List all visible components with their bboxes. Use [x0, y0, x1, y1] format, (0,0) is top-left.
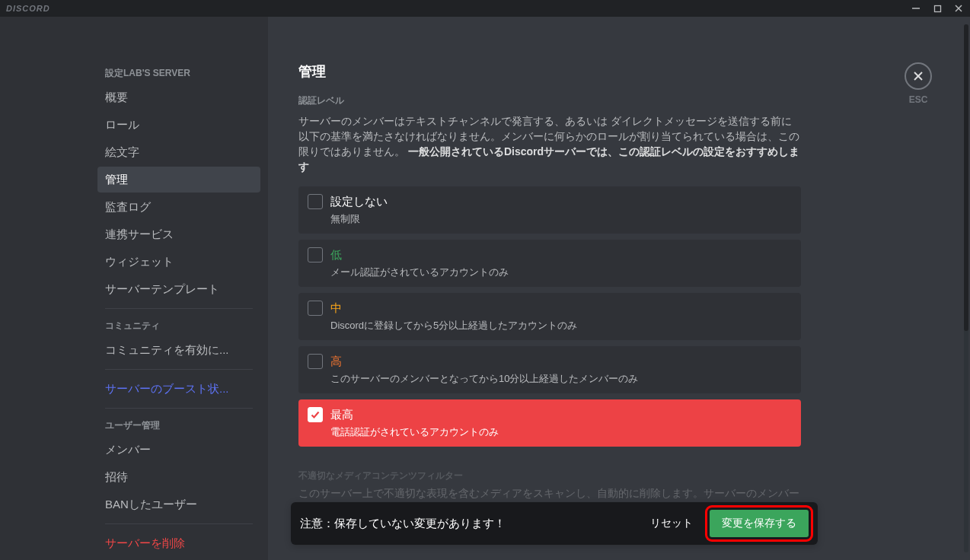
verification-option[interactable]: 低メール認証がされているアカウントのみ [298, 240, 801, 287]
unsaved-message: 注意：保存していない変更があります！ [300, 517, 633, 531]
sidebar-item[interactable]: コミュニティを有効に... [97, 337, 260, 363]
sidebar-item-delete-server[interactable]: サーバーを削除 [97, 530, 260, 556]
titlebar: DISCORD [0, 0, 970, 17]
sidebar-separator [105, 523, 253, 524]
sidebar-separator [105, 408, 253, 409]
sidebar-gutter [0, 17, 90, 560]
verification-option[interactable]: 高このサーバーのメンバーとなってから10分以上経過したメンバーのみ [298, 346, 801, 393]
close-icon [912, 70, 924, 82]
checkbox[interactable] [308, 354, 323, 369]
checkbox[interactable] [308, 301, 323, 316]
sidebar-separator [105, 308, 253, 309]
content-wrap: 管理 認証レベル サーバーのメンバーはテキストチャンネルで発言する、あるいは ダ… [268, 17, 970, 560]
checkbox[interactable] [308, 194, 323, 209]
option-title: 低 [330, 247, 792, 262]
option-body: 中Discordに登録してから5分以上経過したアカウントのみ [330, 301, 792, 332]
window-controls [911, 3, 964, 14]
sidebar-item[interactable]: 監査ログ [97, 194, 260, 220]
sidebar-item[interactable]: 管理 [97, 167, 260, 192]
main-area: 設定LAB'S SERVER 概要ロール絵文字管理監査ログ連携サービスウィジェッ… [0, 17, 970, 560]
close-settings: ESC [905, 62, 932, 105]
option-desc: メール認証がされているアカウントのみ [330, 266, 792, 279]
sidebar-separator [105, 369, 253, 370]
sidebar-item[interactable]: BANしたユーザー [97, 492, 260, 517]
sidebar-item[interactable]: 連携サービス [97, 221, 260, 247]
sidebar-item[interactable]: メンバー [97, 437, 260, 463]
save-button[interactable]: 変更を保存する [710, 510, 809, 537]
sidebar-item[interactable]: 招待 [97, 464, 260, 490]
sidebar-header-user-mgmt: ユーザー管理 [97, 415, 260, 437]
scrollbar[interactable] [964, 24, 968, 552]
checkbox[interactable] [308, 247, 323, 262]
page-title: 管理 [298, 62, 801, 81]
content-main: 管理 認証レベル サーバーのメンバーはテキストチャンネルで発言する、あるいは ダ… [268, 17, 831, 560]
unsaved-changes-bar: 注意：保存していない変更があります！ リセット 変更を保存する [291, 502, 818, 545]
option-title: 最高 [330, 407, 792, 422]
media-filter-desc: このサーバー上で不適切な表現を含むメディアをスキャンし、自動的に削除します。サー… [298, 487, 801, 501]
svg-rect-1 [934, 5, 940, 11]
maximize-button[interactable] [932, 3, 943, 14]
checkbox[interactable] [308, 407, 323, 422]
option-body: 高このサーバーのメンバーとなってから10分以上経過したメンバーのみ [330, 354, 792, 386]
close-window-button[interactable] [953, 3, 964, 14]
sidebar-item-boost[interactable]: サーバーのブースト状... [97, 376, 260, 402]
verification-option[interactable]: 中Discordに登録してから5分以上経過したアカウントのみ [298, 293, 801, 340]
close-label: ESC [909, 94, 928, 105]
sidebar-header-server: 設定LAB'S SERVER [97, 62, 260, 84]
reset-button[interactable]: リセット [643, 512, 700, 535]
sidebar-item[interactable]: ロール [97, 112, 260, 138]
sidebar-item[interactable]: 概要 [97, 84, 260, 110]
option-body: 設定しない無制限 [330, 194, 792, 226]
section-description: サーバーのメンバーはテキストチャンネルで発言する、あるいは ダイレクトメッセージ… [298, 113, 801, 174]
option-desc: 電話認証がされているアカウントのみ [330, 425, 792, 439]
option-body: 最高電話認証がされているアカウントのみ [330, 407, 792, 439]
option-desc: Discordに登録してから5分以上経過したアカウントのみ [330, 319, 792, 332]
media-filter-label: 不適切なメディアコンテンツフィルター [298, 469, 801, 482]
option-title: 中 [330, 301, 792, 316]
media-filter-section: 不適切なメディアコンテンツフィルター このサーバー上で不適切な表現を含むメディア… [298, 469, 801, 501]
option-desc: 無制限 [330, 212, 792, 226]
sidebar-header-community: コミュニティ [97, 315, 260, 337]
option-desc: このサーバーのメンバーとなってから10分以上経過したメンバーのみ [330, 372, 792, 386]
sidebar-item[interactable]: サーバーテンプレート [97, 276, 260, 302]
minimize-button[interactable] [911, 3, 921, 14]
section-label-verification: 認証レベル [298, 94, 801, 107]
close-button[interactable] [905, 62, 932, 90]
sidebar-item[interactable]: ウィジェット [97, 249, 260, 275]
scrollbar-thumb[interactable] [964, 24, 968, 331]
option-title: 高 [330, 354, 792, 369]
verification-option[interactable]: 最高電話認証がされているアカウントのみ [298, 399, 801, 447]
check-icon [310, 409, 321, 420]
verification-option[interactable]: 設定しない無制限 [298, 186, 801, 234]
app-logo: DISCORD [6, 4, 50, 13]
option-title: 設定しない [330, 194, 792, 209]
save-button-highlight: 変更を保存する [710, 510, 809, 537]
option-body: 低メール認証がされているアカウントのみ [330, 247, 792, 279]
sidebar-item[interactable]: 絵文字 [97, 139, 260, 165]
settings-sidebar: 設定LAB'S SERVER 概要ロール絵文字管理監査ログ連携サービスウィジェッ… [90, 17, 268, 560]
